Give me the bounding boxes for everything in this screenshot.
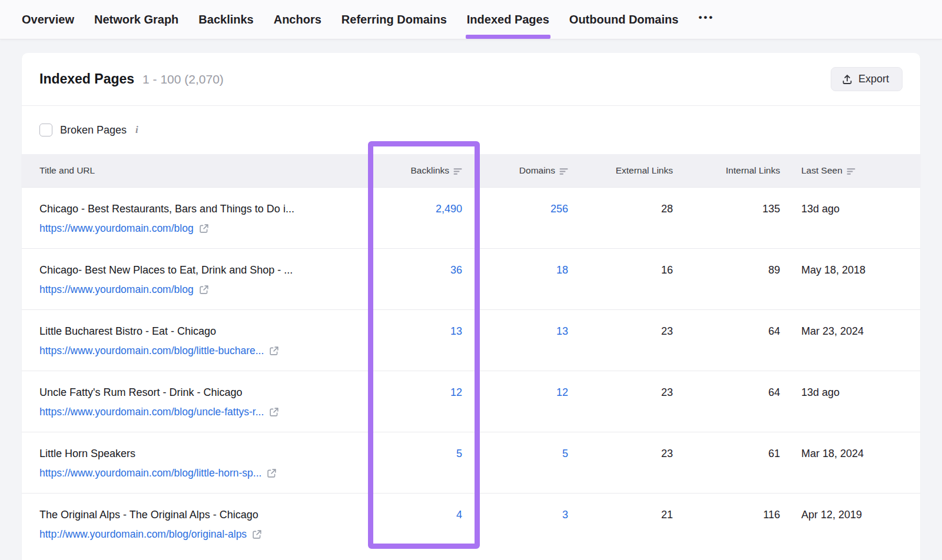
- broken-pages-checkbox[interactable]: [39, 124, 52, 136]
- result-range: 1 - 100 (2,070): [142, 72, 224, 86]
- column-label: External Links: [616, 165, 673, 176]
- column-header-title-url[interactable]: Title and URL: [22, 165, 370, 176]
- title-url-cell: Little Bucharest Bistro - Eat - Chicago …: [22, 310, 370, 371]
- page-title-text: Little Bucharest Bistro - Eat - Chicago: [39, 324, 364, 338]
- page-url-link[interactable]: https://www.yourdomain.com/blog: [39, 221, 194, 235]
- internal-links-count: 61: [685, 432, 791, 493]
- page-title: Indexed Pages: [39, 71, 134, 87]
- card-header: Indexed Pages 1 - 100 (2,070) Export: [22, 53, 920, 105]
- title-url-cell: Chicago - Best Restaurants, Bars and Thi…: [22, 188, 370, 248]
- indexed-pages-card: Indexed Pages 1 - 100 (2,070) Export Bro…: [22, 53, 920, 560]
- table-row: Little Bucharest Bistro - Eat - Chicago …: [22, 309, 920, 371]
- external-links-count: 16: [580, 249, 685, 309]
- backlinks-cell: 5: [370, 432, 480, 493]
- table-row: Chicago - Best Restaurants, Bars and Thi…: [22, 187, 920, 248]
- export-upload-icon: [842, 74, 853, 85]
- tab-indexed-pages[interactable]: Indexed Pages: [467, 0, 549, 39]
- domains-count-link[interactable]: 5: [562, 448, 568, 459]
- domains-count-link[interactable]: 3: [562, 509, 568, 521]
- column-header-external-links[interactable]: External Links: [580, 165, 685, 176]
- internal-links-count: 64: [685, 371, 791, 432]
- title-url-cell: Little Horn Speakers https://www.yourdom…: [22, 432, 370, 493]
- external-links-count: 21: [580, 494, 685, 554]
- last-seen-value: Mar 23, 2024: [791, 310, 920, 371]
- domains-cell: 13: [480, 310, 580, 371]
- backlinks-cell: 13: [370, 310, 480, 371]
- external-link-icon[interactable]: [267, 468, 277, 478]
- page-url-link[interactable]: https://www.yourdomain.com/blog: [39, 282, 194, 296]
- page-url-link[interactable]: https://www.yourdomain.com/blog/little-h…: [39, 466, 261, 480]
- backlinks-count-link[interactable]: 13: [450, 325, 462, 337]
- backlinks-cell: 12: [370, 371, 480, 432]
- internal-links-count: 64: [685, 310, 791, 371]
- column-label: Backlinks: [411, 165, 449, 176]
- column-header-last-seen[interactable]: Last Seen: [791, 165, 920, 176]
- tab-referring-domains[interactable]: Referring Domains: [341, 0, 447, 39]
- last-seen-value: 13d ago: [791, 188, 920, 248]
- table-row: Chicago- Best New Places to Eat, Drink a…: [22, 248, 920, 309]
- title-url-cell: Uncle Fatty's Rum Resort - Drink - Chica…: [22, 371, 370, 432]
- external-link-icon[interactable]: [199, 224, 209, 234]
- external-link-icon[interactable]: [252, 529, 262, 539]
- column-label: Internal Links: [726, 165, 780, 176]
- title-url-cell: Chicago- Best New Places to Eat, Drink a…: [22, 249, 370, 309]
- column-label: Domains: [519, 165, 555, 176]
- last-seen-value: Mar 18, 2024: [791, 432, 920, 493]
- internal-links-count: 89: [685, 249, 791, 309]
- column-header-backlinks[interactable]: Backlinks: [370, 165, 480, 176]
- domains-count-link[interactable]: 18: [556, 264, 568, 276]
- tab-backlinks[interactable]: Backlinks: [198, 0, 253, 39]
- last-seen-value: 13d ago: [791, 371, 920, 432]
- page-title-text: The Original Alps - The Original Alps - …: [39, 508, 364, 522]
- sort-icon[interactable]: [559, 168, 568, 175]
- table-row: Uncle Fatty's Rum Resort - Drink - Chica…: [22, 371, 920, 432]
- tab-outbound-domains[interactable]: Outbound Domains: [569, 0, 679, 39]
- page-title-text: Uncle Fatty's Rum Resort - Drink - Chica…: [39, 385, 364, 399]
- export-button[interactable]: Export: [831, 67, 903, 91]
- backlinks-count-link[interactable]: 12: [450, 386, 462, 398]
- backlinks-cell: 2,490: [370, 188, 480, 248]
- page-url-link[interactable]: http://www.yourdomain.com/blog/original-…: [39, 527, 247, 541]
- backlinks-count-link[interactable]: 36: [450, 264, 462, 276]
- page-title-text: Little Horn Speakers: [39, 446, 364, 461]
- table-row: The Original Alps - The Original Alps - …: [22, 493, 920, 554]
- external-link-icon[interactable]: [199, 285, 209, 295]
- column-label: Last Seen: [801, 165, 843, 176]
- external-links-count: 23: [580, 371, 685, 432]
- filter-row: Broken Pages i: [22, 106, 920, 154]
- external-links-count: 28: [580, 188, 685, 248]
- domains-count-link[interactable]: 13: [556, 325, 568, 337]
- domains-cell: 5: [480, 432, 580, 493]
- column-header-domains[interactable]: Domains: [480, 165, 580, 176]
- backlinks-count-link[interactable]: 4: [456, 509, 462, 521]
- external-link-icon[interactable]: [269, 346, 279, 356]
- backlinks-count-link[interactable]: 2,490: [436, 203, 462, 215]
- more-tabs-icon[interactable]: •••: [698, 12, 714, 27]
- last-seen-value: Apr 12, 2019: [791, 494, 920, 554]
- domains-count-link[interactable]: 256: [550, 203, 568, 215]
- table-row: Little Horn Speakers https://www.yourdom…: [22, 432, 920, 493]
- tab-anchors[interactable]: Anchors: [274, 0, 321, 39]
- page-url-link[interactable]: https://www.yourdomain.com/blog/little-b…: [39, 344, 264, 358]
- info-icon[interactable]: i: [135, 124, 138, 136]
- backlinks-count-link[interactable]: 5: [456, 448, 462, 459]
- page-title-text: Chicago- Best New Places to Eat, Drink a…: [39, 263, 364, 277]
- domains-cell: 18: [480, 249, 580, 309]
- export-button-label: Export: [858, 73, 889, 85]
- external-links-count: 23: [580, 432, 685, 493]
- sort-icon[interactable]: [453, 168, 462, 175]
- external-link-icon[interactable]: [269, 407, 279, 417]
- tab-network-graph[interactable]: Network Graph: [94, 0, 178, 39]
- internal-links-count: 116: [685, 494, 791, 554]
- column-header-internal-links[interactable]: Internal Links: [685, 165, 791, 176]
- backlinks-cell: 36: [370, 249, 480, 309]
- column-label: Title and URL: [39, 165, 95, 176]
- tab-overview[interactable]: Overview: [22, 0, 74, 39]
- domains-count-link[interactable]: 12: [556, 386, 568, 398]
- backlinks-cell: 4: [370, 494, 480, 554]
- internal-links-count: 135: [685, 188, 791, 248]
- sort-icon[interactable]: [847, 168, 855, 175]
- page-url-link[interactable]: https://www.yourdomain.com/blog/uncle-fa…: [39, 405, 264, 419]
- broken-pages-label: Broken Pages: [60, 124, 127, 136]
- table-header: Title and URL Backlinks Domains External…: [22, 154, 920, 187]
